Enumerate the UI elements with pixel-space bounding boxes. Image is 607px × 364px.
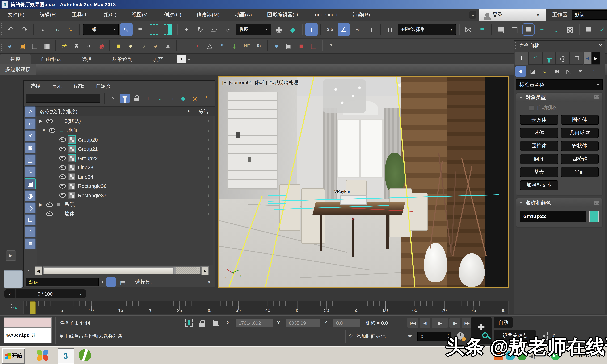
schematic-view-icon[interactable]: ↓ (550, 23, 562, 36)
pick-add-icon[interactable]: + (144, 93, 153, 103)
sort-arrow-icon[interactable]: ▲ (187, 109, 190, 113)
percent-snap-icon[interactable]: % (351, 23, 364, 36)
named-selection-sets-dropdown[interactable]: 创建选择集▾ (398, 24, 456, 35)
freeze-cell-icon[interactable]: ↕ (208, 119, 210, 123)
filter-helpers-icon[interactable]: ◺ (25, 154, 36, 165)
visibility-eye-icon[interactable] (59, 184, 66, 188)
create-圆锥体-button[interactable]: 圆锥体 (561, 115, 599, 125)
menu-item-8[interactable]: 图形编辑器(D) (259, 12, 307, 18)
subtab-helpers-icon[interactable]: ◺ (563, 66, 574, 77)
explorer-hscrollbar[interactable]: ▼ ◀ ▶ (24, 266, 214, 275)
ribbon-tab-选择[interactable]: 选择 (71, 54, 102, 65)
scene-row-墙体[interactable]: ≡墙体↕ (37, 209, 213, 218)
grass-foliage-icon[interactable]: ψ (229, 40, 240, 51)
visibility-eye-icon[interactable] (59, 174, 66, 179)
viewport-layout-tab[interactable] (4, 270, 23, 288)
crossing-selection-icon[interactable] (162, 23, 174, 36)
add-time-tag[interactable]: 添加时间标记 (356, 333, 386, 340)
create-圆环-button[interactable]: 圆环 (520, 154, 558, 164)
scene-row-吊顶[interactable]: ▶≡吊顶↕ (37, 200, 213, 209)
freeze-cell-icon[interactable]: ↕ (208, 212, 210, 216)
subtab-spacewarps-icon[interactable]: ≈ (575, 66, 586, 77)
prev-frame-arrow[interactable]: ‹ (4, 291, 15, 297)
object-type-rollout-header[interactable]: ▼ 对象类型 (516, 93, 602, 102)
playhead[interactable] (29, 301, 36, 314)
rect-light-icon[interactable]: ■ (113, 40, 124, 51)
select-by-name-icon[interactable]: ≡ (134, 23, 146, 36)
go-to-start-button[interactable]: |◀◀ (407, 318, 418, 328)
workspace-dropdown[interactable]: 默认 ▾ (572, 10, 607, 20)
auto-key-button[interactable]: 自动 (494, 317, 513, 328)
isolate-selection-icon[interactable] (185, 318, 193, 326)
visibility-eye-icon[interactable] (59, 156, 66, 160)
visibility-eye-icon[interactable] (59, 165, 66, 170)
x-coordinate-field[interactable]: 17614.092 (235, 318, 273, 327)
keyboard-shortcut-override-icon[interactable]: ↑ (305, 23, 317, 36)
create-茶壶-button[interactable]: 茶壶 (520, 167, 558, 177)
ribbon-tab-自由形式[interactable]: 自由形式 (31, 54, 71, 65)
freeze-cell-icon[interactable]: ↕ (208, 138, 210, 142)
tab-hierarchy-icon[interactable]: ╥ (542, 52, 556, 65)
toggle-ribbon-icon[interactable]: ▦ (522, 23, 535, 36)
rendered-frame-window-icon[interactable]: ▣ (17, 40, 28, 51)
maxscript-listener-white[interactable]: MAXScript 迷 (4, 327, 52, 343)
hf-modifier-icon[interactable]: HF (241, 40, 252, 51)
bitmap-pages-icon[interactable]: ▣ (283, 40, 294, 51)
menu-item-9[interactable]: undefined (307, 12, 345, 17)
frame-spinner-arrows[interactable]: ◀▶ (407, 334, 412, 338)
freeze-cell-icon[interactable]: ↕ (208, 156, 210, 160)
toolbar-overflow-chevron[interactable]: » (469, 11, 476, 19)
subtab-shapes-icon[interactable]: ◪ (527, 66, 538, 77)
subtab-lights-icon[interactable]: ○ (539, 66, 550, 77)
filter-list-icon[interactable]: ≡ (25, 238, 36, 249)
mirror-icon[interactable]: ⋈ (462, 23, 475, 36)
visibility-eye-icon[interactable] (59, 137, 66, 142)
expand-all-icon[interactable]: ◆ (178, 93, 188, 103)
create-四棱锥-button[interactable]: 四棱锥 (561, 154, 599, 164)
scene-row-Group20[interactable]: Group20↕ (37, 135, 213, 144)
visibility-eye-icon[interactable] (59, 147, 66, 151)
quad-petal-app-icon[interactable] (35, 348, 50, 363)
scene-row-地面[interactable]: ▼≡地面↕ (37, 126, 213, 135)
chevron-down-icon[interactable]: ▼ (26, 269, 30, 272)
light-lister-icon[interactable]: ☀ (59, 40, 70, 51)
filter-frozen-icon[interactable]: * (25, 226, 36, 237)
create-圆柱体-button[interactable]: 圆柱体 (520, 141, 558, 151)
shade-selected-icon[interactable]: ◑ (83, 40, 94, 51)
pyramid-helper-icon[interactable]: △ (204, 40, 215, 51)
freeze-cell-icon[interactable]: ↕ (208, 193, 210, 197)
polygon-modeling-panel[interactable]: 多边形建模 (0, 65, 36, 75)
lock-explorer-icon[interactable] (132, 93, 141, 103)
select-and-scale-icon[interactable]: ▱ (208, 23, 220, 36)
tab-display-icon[interactable]: □ (570, 52, 583, 65)
expander-icon[interactable]: ▼ (42, 128, 46, 132)
select-object-icon[interactable]: ↖ (120, 23, 132, 36)
visibility-eye-icon[interactable] (46, 211, 53, 216)
ribbon-tab-填充[interactable]: 填充 (143, 54, 173, 65)
angle-snap-icon[interactable]: ∠ (338, 23, 350, 36)
render-flyout-icon[interactable]: ✓ (596, 23, 607, 36)
freeze-column-header[interactable]: 冻结 (198, 108, 208, 115)
create-平面-button[interactable]: 平面 (561, 167, 599, 177)
sync-selection-icon[interactable]: ↓ (155, 93, 165, 103)
menu-item-1[interactable]: 编辑(E) (32, 12, 64, 18)
scene-row-Group21[interactable]: Group21↕ (37, 144, 213, 154)
reference-coordinate-system-dropdown[interactable]: 视图▾ (236, 24, 271, 35)
create-加强型文本-button[interactable]: 加强型文本 (520, 180, 558, 190)
track-ruler[interactable]: 5101520253035404550556065707580 (23, 301, 509, 314)
stereo-camera-icon[interactable]: ◉ (96, 40, 107, 51)
layer-mode-button[interactable]: ≡ (106, 277, 116, 287)
display-preset-dropdown[interactable]: 默认 (26, 278, 99, 286)
subtab-geometry-icon[interactable]: ● (515, 66, 526, 77)
subtab-systems-icon[interactable]: ** (587, 66, 598, 77)
ring-light-icon[interactable]: ○ (138, 40, 149, 51)
z-coordinate-field[interactable]: 0.0 (333, 318, 361, 327)
tab-motion-icon[interactable]: ◎ (556, 52, 570, 65)
explorer-menu-编辑[interactable]: 编辑 (74, 83, 84, 90)
menu-item-0[interactable]: 文件(F) (0, 12, 32, 18)
scene-row-Rectangle37[interactable]: Rectangle37↕ (37, 191, 213, 200)
scene-row-Group22[interactable]: Group22↕ (37, 154, 213, 163)
menu-item-10[interactable]: 渲染(R) (345, 12, 378, 18)
advanced-filter-icon[interactable]: * (202, 93, 211, 103)
create-球体-button[interactable]: 球体 (520, 128, 558, 138)
